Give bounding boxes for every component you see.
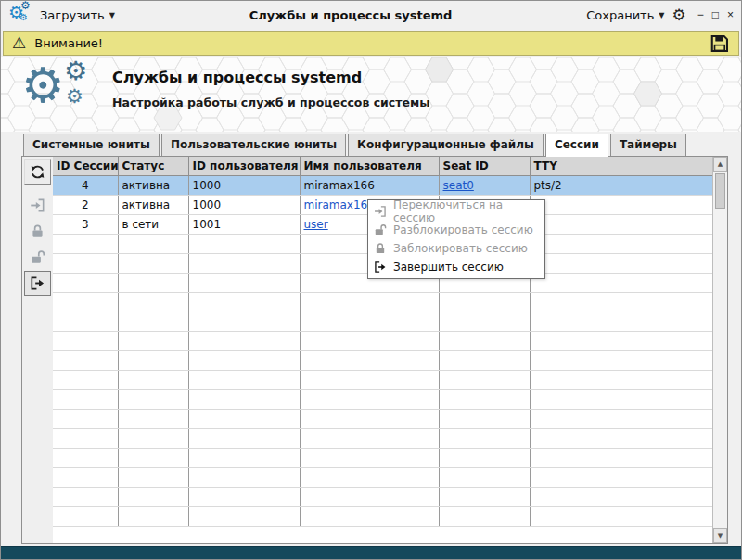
save-button[interactable]: Сохранить ▼ [586, 8, 664, 22]
scroll-down-icon: ▼ [718, 532, 723, 540]
app-window: ⚙ ⚙ ⚙ Загрузить ▼ Службы и процессы syst… [0, 0, 742, 560]
scroll-down-button[interactable]: ▼ [713, 528, 727, 543]
lock-icon [30, 223, 45, 239]
page-subtitle: Настройка работы служб и процессов систе… [112, 95, 429, 109]
table-row-empty [53, 331, 712, 350]
column-header-user-id: ID пользователя [188, 157, 300, 175]
column-header-user-name: Имя пользователя [300, 157, 439, 175]
warning-bar: ⚠ Внимание! [3, 31, 739, 56]
column-header-status: Статус [118, 157, 188, 175]
minimize-button[interactable]: − [697, 9, 704, 20]
app-gears-icon: ⚙ ⚙ ⚙ [8, 5, 32, 25]
table-row-empty [53, 370, 712, 389]
session-toolbar [22, 157, 53, 543]
table-row-empty [53, 467, 712, 487]
warning-triangle-icon: ⚠ [12, 35, 26, 51]
window-title: Службы и процессы systemd [122, 8, 579, 22]
tab-sessions[interactable]: Сессии [545, 134, 608, 157]
load-button[interactable]: Загрузить ▼ [40, 8, 115, 22]
column-header-seat-id: Seat ID [439, 157, 530, 175]
table-row-empty [53, 312, 712, 331]
title-bar: ⚙ ⚙ ⚙ Загрузить ▼ Службы и процессы syst… [1, 1, 741, 29]
tab-timers[interactable]: Таймеры [610, 134, 686, 156]
scroll-up-button[interactable]: ▲ [713, 157, 727, 172]
switch-session-icon [374, 205, 387, 218]
settings-gear-icon[interactable]: ⚙ [672, 7, 685, 23]
menu-item-terminate-session[interactable]: Завершить сессию [368, 258, 544, 276]
tab-system-units[interactable]: Системные юниты [23, 134, 160, 156]
dropdown-arrow-icon: ▼ [659, 11, 664, 19]
table-row-empty [53, 448, 712, 467]
menu-item-switch-session: Переключиться на сессию [368, 202, 544, 221]
sessions-panel: ID Сессии Статус ID пользователя Имя пол… [21, 156, 728, 544]
close-button[interactable]: × [727, 9, 734, 20]
unlock-icon [30, 249, 45, 265]
user-link[interactable]: user [304, 218, 328, 231]
terminate-session-button[interactable] [24, 271, 51, 296]
table-row-empty [53, 389, 712, 409]
window-controls: − □ × [697, 9, 734, 20]
load-button-label: Загрузить [40, 8, 105, 22]
vertical-scrollbar[interactable]: ▲ ▼ [712, 157, 727, 543]
terminate-session-icon [374, 261, 387, 274]
user-link[interactable]: miramax166 [304, 198, 375, 211]
table-header-row: ID Сессии Статус ID пользователя Имя пол… [53, 157, 712, 175]
terminate-session-icon [30, 275, 45, 291]
table-row-empty [53, 487, 712, 506]
scroll-up-icon: ▲ [718, 160, 723, 168]
table-row-empty [53, 428, 712, 448]
maximize-button[interactable]: □ [712, 9, 719, 20]
status-bar [1, 546, 741, 559]
scrollbar-thumb[interactable] [715, 173, 725, 209]
refresh-icon [30, 164, 45, 180]
warning-text: Внимание! [34, 36, 103, 50]
table-row-empty [53, 350, 712, 370]
lock-session-button [24, 219, 51, 244]
app-logo-gears: ⚙ ⚙ ⚙ [21, 61, 110, 128]
table-row-empty [53, 292, 712, 312]
lock-icon [374, 242, 387, 255]
dropdown-arrow-icon: ▼ [109, 11, 115, 19]
switch-to-session-button [24, 193, 51, 218]
column-header-session-id: ID Сессии [53, 157, 118, 175]
seat-link[interactable]: seat0 [443, 179, 474, 192]
menu-item-lock-session: Заблокировать сессию [368, 239, 544, 258]
tab-config-files[interactable]: Конфигурационные файлы [348, 134, 544, 156]
page-title: Службы и процессы systemd [112, 69, 429, 86]
sessions-table-wrap: ID Сессии Статус ID пользователя Имя пол… [53, 157, 712, 543]
app-header: ⚙ ⚙ ⚙ Службы и процессы systemd Настройк… [1, 57, 741, 132]
column-header-tty: TTY [530, 157, 712, 175]
scrollbar-track[interactable] [713, 209, 727, 528]
tab-bar: Системные юниты Пользовательские юниты К… [1, 132, 741, 156]
session-context-menu: Переключиться на сессию Разблокировать с… [367, 199, 545, 279]
switch-session-icon [30, 197, 45, 213]
table-row-empty [53, 409, 712, 428]
save-button-label: Сохранить [586, 8, 654, 22]
refresh-button[interactable] [24, 159, 51, 185]
menu-item-unlock-session: Разблокировать сессию [368, 221, 544, 239]
unlock-icon [374, 223, 387, 236]
table-row-empty [53, 506, 712, 526]
unlock-session-button [24, 245, 51, 270]
save-file-icon[interactable] [710, 33, 730, 54]
table-row[interactable]: 4 активна 1000 miramax166 seat0 pts/2 [53, 175, 712, 195]
tab-user-units[interactable]: Пользовательские юниты [161, 134, 346, 156]
